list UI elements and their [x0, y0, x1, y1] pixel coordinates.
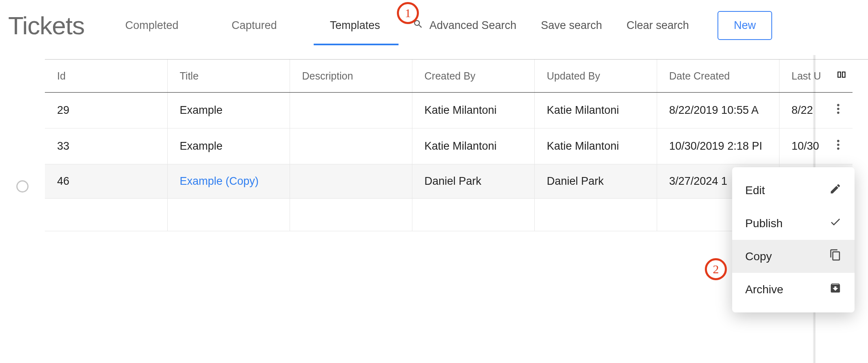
- col-title[interactable]: Title: [167, 60, 290, 93]
- dots-vertical-icon: [837, 141, 840, 153]
- table-row[interactable]: 29 Example Katie Milantoni Katie Milanto…: [45, 93, 852, 128]
- col-description[interactable]: Description: [290, 60, 412, 93]
- archive-icon: [829, 282, 841, 297]
- svg-point-5: [837, 148, 839, 150]
- menu-item-publish[interactable]: Publish: [732, 207, 855, 240]
- cell-last-updated: 8/22: [779, 93, 824, 128]
- cell-description: [290, 93, 412, 128]
- dots-vertical-icon: [837, 105, 840, 117]
- cell-updated-by: Katie Milantoni: [534, 93, 657, 128]
- cell-created-by: Katie Milantoni: [412, 93, 534, 128]
- cell-title: Example: [167, 93, 290, 128]
- cell-id: 29: [45, 93, 167, 128]
- row-actions-button[interactable]: [837, 139, 840, 153]
- table-row[interactable]: 33 Example Katie Milantoni Katie Milanto…: [45, 128, 852, 164]
- cell-id: 46: [45, 164, 167, 199]
- row-select-radio[interactable]: [16, 180, 29, 193]
- check-icon: [829, 216, 841, 231]
- svg-point-3: [837, 140, 839, 142]
- cell-date-created: 8/22/2019 10:55 A: [657, 93, 779, 128]
- page-title: Tickets: [8, 11, 84, 40]
- svg-point-0: [837, 104, 839, 106]
- svg-point-4: [837, 144, 839, 146]
- save-search[interactable]: Save search: [541, 19, 602, 32]
- cell-description: [290, 164, 412, 199]
- header: Tickets Completed Captured Templates Adv…: [0, 0, 868, 47]
- copy-icon: [829, 249, 841, 264]
- col-settings[interactable]: [824, 60, 852, 93]
- menu-item-copy[interactable]: Copy: [732, 240, 855, 273]
- col-created-by[interactable]: Created By: [412, 60, 534, 93]
- tab-captured[interactable]: Captured: [232, 7, 277, 44]
- svg-point-2: [837, 112, 839, 114]
- cell-date-created: 10/30/2019 2:18 PI: [657, 128, 779, 164]
- menu-item-label: Publish: [745, 217, 783, 230]
- cell-last-updated: 10/30: [779, 128, 824, 164]
- clear-search[interactable]: Clear search: [627, 19, 689, 32]
- menu-item-archive[interactable]: Archive: [732, 273, 855, 306]
- advanced-search-label: Advanced Search: [430, 19, 516, 32]
- cell-title: Example (Copy): [167, 164, 290, 199]
- table-header-row: Id Title Description Created By Updated …: [45, 60, 852, 93]
- table-row-empty: [45, 199, 852, 231]
- columns-icon: [836, 71, 847, 82]
- col-id[interactable]: Id: [45, 60, 167, 93]
- menu-item-label: Edit: [745, 184, 765, 197]
- col-date-created[interactable]: Date Created: [657, 60, 779, 93]
- cell-created-by: Daniel Park: [412, 164, 534, 199]
- cell-created-by: Katie Milantoni: [412, 128, 534, 164]
- table-row[interactable]: 46 Example (Copy) Daniel Park Daniel Par…: [45, 164, 852, 199]
- advanced-search[interactable]: Advanced Search: [413, 19, 516, 32]
- cell-description: [290, 128, 412, 164]
- header-actions: Advanced Search Save search Clear search…: [413, 11, 772, 40]
- annotation-1: 1: [397, 2, 419, 24]
- new-button[interactable]: New: [717, 11, 772, 40]
- cell-updated-by: Daniel Park: [534, 164, 657, 199]
- tab-completed[interactable]: Completed: [125, 7, 179, 44]
- col-updated-by[interactable]: Updated By: [534, 60, 657, 93]
- cell-updated-by: Katie Milantoni: [534, 128, 657, 164]
- cell-id: 33: [45, 128, 167, 164]
- menu-item-label: Archive: [745, 283, 783, 296]
- menu-item-label: Copy: [745, 250, 772, 263]
- row-context-menu: Edit Publish Copy Archive: [732, 167, 855, 312]
- tabs: Completed Captured Templates: [125, 7, 380, 44]
- cell-title: Example: [167, 128, 290, 164]
- tab-templates[interactable]: Templates: [330, 7, 380, 44]
- svg-point-1: [837, 108, 839, 110]
- menu-item-edit[interactable]: Edit: [732, 174, 855, 207]
- title-link[interactable]: Example (Copy): [180, 175, 259, 187]
- row-actions-button[interactable]: [837, 103, 840, 117]
- pencil-icon: [829, 183, 841, 198]
- annotation-2: 2: [705, 258, 727, 280]
- col-last-updated[interactable]: Last U: [779, 60, 824, 93]
